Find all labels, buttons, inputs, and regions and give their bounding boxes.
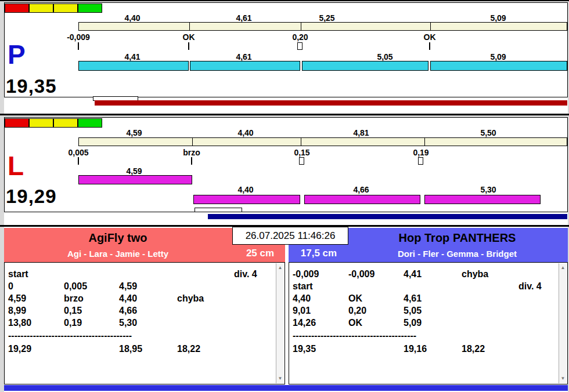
- change-mark-label: OK: [405, 33, 454, 41]
- run-split-label: 5,30: [462, 186, 514, 194]
- log-row: 8,99 0,15 4,66: [5, 305, 275, 317]
- log-cell: -0,009: [348, 268, 374, 280]
- scroll-down-icon[interactable]: ▼: [276, 374, 284, 383]
- log-separator-row: ----------------------------------------: [5, 330, 275, 342]
- log-cell: start: [293, 281, 313, 292]
- tick-mark: [191, 157, 192, 165]
- lane-l-letter: L: [8, 153, 24, 179]
- horizontal-separator: [0, 114, 569, 115]
- log-cell: 0: [8, 281, 13, 292]
- bar-divider: [430, 23, 431, 30]
- team-right-log: -0,009 -0,009 4,41 chyba start div. 4 4,…: [289, 262, 568, 384]
- change-mark-label: brzo: [167, 148, 216, 157]
- run-split-label: 4,66: [335, 186, 387, 194]
- plan-split-label: 4,40: [219, 129, 272, 137]
- log-row: 0 0,005 4,59: [5, 281, 275, 293]
- tick-mark: [188, 42, 189, 50]
- run-split-label: 4,40: [219, 186, 272, 194]
- log-separator-row: ----------------------------------------: [289, 330, 558, 342]
- log-cell: 19,16: [404, 343, 427, 355]
- log-cell: 19,35: [293, 343, 316, 355]
- lane-p-panel: 4,40 4,61 5,25 5,09 -0,009 OK 0,20 OK P …: [4, 2, 568, 97]
- plan-split-label: 5,09: [472, 14, 524, 22]
- log-cell: -0,009: [293, 268, 319, 280]
- run-split-label: 4,41: [106, 53, 159, 61]
- log-cell: chyba: [462, 268, 488, 280]
- log-cell: 0,20: [348, 305, 366, 317]
- change-mark-label: 0,005: [54, 148, 103, 157]
- team-right-members: Dori - Fler - Gemma - Bridget: [347, 249, 568, 259]
- team-left-log: start div. 4 0 0,005 4,59 4,59 brzo 4,40…: [4, 262, 285, 384]
- log-cell: 0,005: [64, 281, 87, 292]
- run-split-label: 5,09: [472, 53, 524, 61]
- lane-l-progress-track: [195, 208, 242, 212]
- change-indicator-box: [299, 157, 304, 165]
- log-cell: 4,66: [119, 305, 137, 317]
- team-right-log-scrollbar[interactable]: ▲ ▼: [559, 263, 567, 383]
- run-time-bar-segment: [193, 195, 300, 204]
- start-light-yellow2-icon: [53, 118, 78, 128]
- run-split-label: 5,05: [359, 53, 411, 61]
- start-light-red-icon: [5, 3, 29, 13]
- log-total-row: 19,29 18,95 18,22: [5, 343, 275, 355]
- run-time-bar-segment: [78, 61, 189, 71]
- team-left-log-scrollbar[interactable]: ▲ ▼: [276, 263, 284, 383]
- start-light-red-icon: [5, 118, 29, 128]
- log-cell: 5,09: [404, 317, 422, 329]
- start-light-yellow1-icon: [29, 118, 53, 128]
- lane-p-total-time: 19,35: [6, 77, 57, 96]
- plan-split-label: 4,81: [335, 129, 387, 137]
- scroll-up-icon[interactable]: ▲: [559, 263, 567, 273]
- log-cell: 14,26: [293, 317, 316, 329]
- start-light-green-icon: [78, 3, 102, 13]
- change-mark-label: 0,19: [397, 148, 445, 157]
- log-row: start div. 4: [5, 268, 275, 281]
- lane-l-panel: 4,59 4,40 4,81 5,50 0,005 brzo 0,15 0,19…: [4, 117, 568, 212]
- scroll-up-icon[interactable]: ▲: [276, 263, 284, 273]
- team-right-name: Hop Trop PANTHERS: [347, 231, 568, 245]
- team-right-jump-height: 17,5 cm: [292, 248, 345, 259]
- log-row: 13,80 0,19 5,30: [5, 317, 275, 329]
- change-indicator-box: [418, 157, 423, 165]
- log-cell: ----------------------------------------: [8, 330, 132, 342]
- window-top-edge: [0, 0, 569, 1]
- run-split-label: 4,61: [218, 53, 270, 61]
- plan-split-label: 4,61: [218, 14, 270, 22]
- log-cell: brzo: [64, 293, 84, 304]
- plan-split-label: 5,25: [301, 14, 353, 22]
- team-left-name: AgiFly two: [4, 231, 232, 245]
- datetime-display: 26.07.2025 11:46:26: [232, 227, 348, 245]
- run-time-bar-segment: [424, 195, 541, 204]
- bar-divider: [301, 138, 301, 146]
- run-time-bar-segment: [190, 61, 300, 71]
- log-row: -0,009 -0,009 4,41 chyba: [289, 268, 558, 281]
- run-time-bar-segment: [78, 175, 192, 184]
- tick-mark: [78, 157, 79, 165]
- log-row: start div. 4: [289, 281, 558, 293]
- change-mark-label: 0,20: [276, 33, 325, 41]
- flyball-timing-window: 4,40 4,61 5,25 5,09 -0,009 OK 0,20 OK P …: [0, 0, 569, 392]
- log-cell: 18,22: [462, 343, 485, 355]
- change-mark-label: -0,009: [54, 33, 103, 41]
- rerun-split-label: 4,59: [108, 167, 160, 175]
- log-cell: OK: [348, 293, 362, 304]
- plan-time-bar: [78, 22, 567, 31]
- log-cell: div. 4: [234, 268, 257, 280]
- log-cell: 4,40: [293, 293, 311, 304]
- bottom-status-bar: [4, 385, 568, 391]
- run-time-bar-segment: [304, 195, 420, 204]
- log-cell: 4,59: [119, 281, 137, 292]
- log-total-row: 19,35 19,16 18,22: [289, 343, 558, 355]
- tick-mark: [429, 42, 430, 50]
- start-light-green-icon: [78, 118, 102, 128]
- bar-divider: [192, 138, 193, 146]
- start-light-yellow2-icon: [53, 3, 78, 13]
- log-cell: 4,59: [8, 293, 26, 304]
- log-cell: chyba: [177, 293, 204, 304]
- scroll-down-icon[interactable]: ▼: [559, 374, 567, 383]
- log-cell: 8,99: [8, 305, 26, 317]
- plan-split-label: 4,40: [106, 14, 159, 22]
- log-cell: 19,29: [8, 343, 31, 355]
- log-row: 9,01 0,20 5,05: [289, 305, 558, 317]
- log-row: 14,26 OK 5,09: [289, 317, 558, 329]
